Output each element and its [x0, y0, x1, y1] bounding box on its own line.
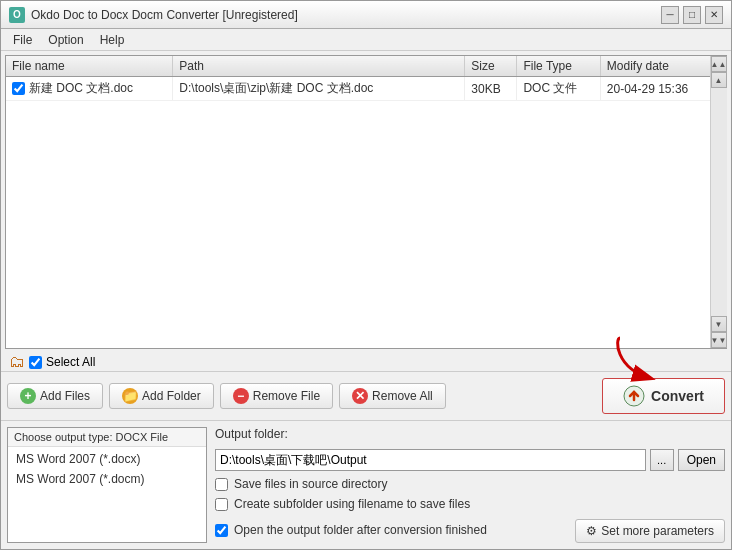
set-params-button[interactable]: ⚙ Set more parameters [575, 519, 725, 543]
main-window: O Okdo Doc to Docx Docm Converter [Unreg… [0, 0, 732, 550]
maximize-icon: □ [689, 9, 695, 20]
close-icon: ✕ [710, 9, 718, 20]
toolbar-row: + Add Files 📁 Add Folder − Remove File ✕… [1, 371, 731, 420]
col-path: Path [173, 56, 465, 77]
save-source-label: Save files in source directory [234, 477, 387, 491]
scroll-up-button[interactable]: ▲ [711, 72, 727, 88]
open-label: Open [687, 453, 716, 467]
create-subfolder-label: Create subfolder using filename to save … [234, 497, 470, 511]
remove-file-icon: − [233, 388, 249, 404]
browse-button[interactable]: ... [650, 449, 674, 471]
checkbox-row-3: Open the output folder after conversion … [215, 523, 487, 537]
checkbox-row-1: Save files in source directory [215, 477, 725, 491]
maximize-button[interactable]: □ [683, 6, 701, 24]
scroll-track [711, 88, 727, 316]
toolbar-area: 🗂 Select All + Add Files 📁 Add Folder − … [1, 349, 731, 420]
cell-date: 20-04-29 15:36 [600, 77, 725, 101]
add-folder-icon: 📁 [122, 388, 138, 404]
scroll-top-button[interactable]: ▲▲ [711, 56, 727, 72]
cell-type: DOC 文件 [517, 77, 600, 101]
output-folder-row: ... Open [215, 449, 725, 471]
cell-filename: 新建 DOC 文档.doc [6, 77, 173, 101]
bottom-section: Choose output type: DOCX File MS Word 20… [1, 420, 731, 549]
save-source-checkbox[interactable] [215, 478, 228, 491]
file-list-area: File name Path Size File Type Modify dat… [5, 55, 727, 349]
file-table: File name Path Size File Type Modify dat… [6, 56, 726, 101]
remove-all-label: Remove All [372, 389, 433, 403]
title-bar-left: O Okdo Doc to Docx Docm Converter [Unreg… [9, 7, 298, 23]
open-after-checkbox[interactable] [215, 524, 228, 537]
col-filetype: File Type [517, 56, 600, 77]
output-folder-input[interactable] [215, 449, 646, 471]
output-type-header: Choose output type: DOCX File [8, 428, 206, 447]
output-type-docx[interactable]: MS Word 2007 (*.docx) [8, 449, 206, 469]
bottom-row: Open the output folder after conversion … [215, 517, 725, 543]
convert-label: Convert [651, 388, 704, 404]
open-folder-button[interactable]: Open [678, 449, 725, 471]
scroll-down-button[interactable]: ▼ [711, 316, 727, 332]
window-title: Okdo Doc to Docx Docm Converter [Unregis… [31, 8, 298, 22]
col-moddate: Modify date [600, 56, 725, 77]
row-checkbox[interactable] [12, 82, 25, 95]
arrow-container: Convert [602, 378, 725, 414]
file-name-text: 新建 DOC 文档.doc [29, 80, 133, 97]
remove-file-button[interactable]: − Remove File [220, 383, 333, 409]
title-controls: ─ □ ✕ [661, 6, 723, 24]
cell-path: D:\tools\桌面\zip\新建 DOC 文档.doc [173, 77, 465, 101]
gear-icon: ⚙ [586, 524, 597, 538]
convert-button[interactable]: Convert [602, 378, 725, 414]
select-all-row: 🗂 Select All [1, 349, 731, 371]
checkbox-row-2: Create subfolder using filename to save … [215, 497, 725, 511]
remove-all-button[interactable]: ✕ Remove All [339, 383, 446, 409]
open-after-label: Open the output folder after conversion … [234, 523, 487, 537]
folder-icon-small: 🗂 [9, 353, 25, 371]
scrollbar: ▲▲ ▲ ▼ ▼▼ [710, 56, 726, 348]
cell-size: 30KB [465, 77, 517, 101]
browse-icon: ... [657, 454, 666, 466]
convert-icon [623, 385, 645, 407]
col-size: Size [465, 56, 517, 77]
add-files-icon: + [20, 388, 36, 404]
output-type-panel: Choose output type: DOCX File MS Word 20… [7, 427, 207, 543]
add-files-button[interactable]: + Add Files [7, 383, 103, 409]
add-folder-button[interactable]: 📁 Add Folder [109, 383, 214, 409]
select-all-label: Select All [46, 355, 95, 369]
menu-bar: File Option Help [1, 29, 731, 51]
add-files-label: Add Files [40, 389, 90, 403]
app-icon: O [9, 7, 25, 23]
menu-file[interactable]: File [5, 31, 40, 49]
title-bar: O Okdo Doc to Docx Docm Converter [Unreg… [1, 1, 731, 29]
add-folder-label: Add Folder [142, 389, 201, 403]
minimize-icon: ─ [666, 9, 673, 20]
output-type-list: MS Word 2007 (*.docx) MS Word 2007 (*.do… [8, 447, 206, 491]
create-subfolder-checkbox[interactable] [215, 498, 228, 511]
scroll-bottom-button[interactable]: ▼▼ [711, 332, 727, 348]
menu-help[interactable]: Help [92, 31, 133, 49]
output-type-docm[interactable]: MS Word 2007 (*.docm) [8, 469, 206, 489]
output-folder-panel: Output folder: ... Open Save files in so… [215, 427, 725, 543]
remove-file-label: Remove File [253, 389, 320, 403]
col-filename: File name [6, 56, 173, 77]
remove-all-icon: ✕ [352, 388, 368, 404]
minimize-button[interactable]: ─ [661, 6, 679, 24]
select-all-checkbox[interactable] [29, 356, 42, 369]
table-row: 新建 DOC 文档.doc D:\tools\桌面\zip\新建 DOC 文档.… [6, 77, 726, 101]
toolbar-buttons: + Add Files 📁 Add Folder − Remove File ✕… [7, 383, 596, 409]
menu-option[interactable]: Option [40, 31, 91, 49]
output-folder-label: Output folder: [215, 427, 725, 441]
set-params-label: Set more parameters [601, 524, 714, 538]
close-button[interactable]: ✕ [705, 6, 723, 24]
